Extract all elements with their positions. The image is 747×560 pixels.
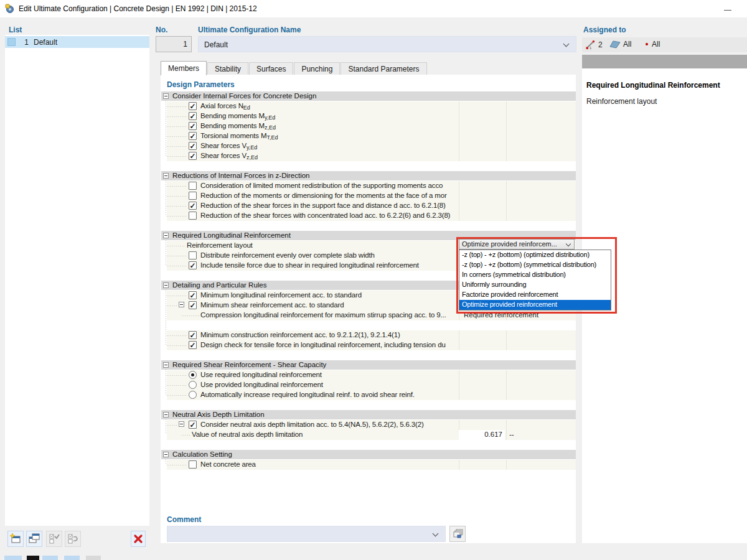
reinforcement-layout-combobox[interactable]: Optimize provided reinforcem... [459, 239, 575, 250]
checkbox[interactable] [189, 102, 197, 110]
dropdown-option[interactable]: -z (top) - +z (bottom) (symmetrical dist… [459, 260, 611, 270]
param-row: Use provided longitudinal reinforcement [167, 380, 576, 390]
checkbox[interactable] [189, 112, 197, 120]
check-all-icon [49, 533, 60, 544]
checkbox[interactable] [189, 301, 197, 309]
tab-stability[interactable]: Stability [207, 62, 248, 75]
comment-combobox[interactable] [167, 526, 446, 542]
checkbox[interactable] [189, 212, 197, 220]
collapse-icon[interactable] [163, 452, 169, 457]
param-label: Shear forces Vy,Ed [200, 142, 457, 151]
assigned-to-strip: 1 2 All All [582, 37, 747, 52]
collapse-icon[interactable] [163, 412, 169, 418]
section-header[interactable]: Required Shear Reinforcement - Shear Cap… [161, 360, 576, 370]
collapse-icon[interactable] [163, 362, 169, 368]
param-row: Reduction of the shear forces in the sup… [167, 201, 576, 211]
collapse-icon[interactable] [163, 282, 169, 288]
checkbox[interactable] [189, 341, 197, 349]
collapse-icon[interactable] [163, 93, 169, 99]
tree-line [166, 459, 166, 465]
check-transfer-icon [67, 533, 78, 544]
param-label: Reduction of the shear forces with conce… [200, 212, 457, 219]
dropdown-option[interactable]: -z (top) - +z (bottom) (optimized distri… [459, 250, 611, 260]
select-all-checks-button[interactable] [46, 531, 62, 547]
config-color-icon [7, 38, 16, 46]
delete-configuration-button[interactable] [131, 531, 146, 547]
spacer-row [167, 320, 576, 330]
dropdown-option[interactable]: Factorize provided reinforcement [459, 290, 611, 300]
collapse-icon[interactable] [163, 233, 169, 238]
delete-x-icon [133, 534, 143, 544]
partial-button[interactable] [42, 556, 58, 560]
tab-members[interactable]: Members [161, 61, 207, 75]
assigned-points: All [644, 40, 660, 49]
param-label: Minimum construction reinforcement acc. … [200, 331, 457, 338]
config-name-label: Ultimate Configuration Name [198, 26, 301, 34]
dropdown-option[interactable]: In corners (symmetrical distribution) [459, 270, 611, 280]
param-label: Consideration of limited moment redistri… [200, 182, 457, 189]
param-row: Minimum construction reinforcement acc. … [167, 330, 576, 340]
section-header[interactable]: Consider Internal Forces for Concrete De… [161, 91, 576, 101]
checkbox[interactable] [189, 142, 197, 150]
param-row: Value of neutral axis depth limitation 0… [167, 430, 576, 440]
tab-standard-parameters[interactable]: Standard Parameters [341, 62, 426, 75]
partial-button[interactable] [64, 556, 80, 560]
section-header[interactable]: Calculation Setting [161, 450, 576, 459]
tab-surfaces[interactable]: Surfaces [249, 62, 293, 75]
param-label: Torsional moments MT,Ed [200, 132, 457, 141]
collapse-icon[interactable] [179, 421, 184, 427]
checkbox[interactable] [189, 202, 197, 210]
tree-line [166, 101, 166, 156]
partial-button[interactable] [86, 556, 101, 560]
checkbox[interactable] [189, 182, 197, 190]
combobox-value: Optimize provided reinforcem... [462, 240, 557, 248]
checkbox[interactable] [189, 251, 197, 259]
checkbox[interactable] [189, 291, 197, 299]
chevron-down-icon [563, 41, 570, 47]
param-label: Axial forces NEd [200, 102, 457, 111]
minimize-button[interactable] [720, 2, 736, 15]
checkbox[interactable] [189, 421, 197, 429]
list-item-default[interactable]: 1 Default [5, 36, 149, 48]
param-label: Value of neutral axis depth limitation [192, 431, 448, 438]
param-row: Compression longitudinal reinforcement f… [167, 310, 576, 320]
right-gray-band [582, 55, 747, 68]
multiline-comment-button[interactable] [449, 526, 466, 542]
section-header[interactable]: Reductions of Internal Forces in z-Direc… [161, 171, 576, 180]
member-icon: 1 [586, 40, 596, 50]
radio-button[interactable] [189, 391, 197, 399]
param-label: Use required longitudinal reinforcement [200, 371, 457, 378]
comment-label: Comment [167, 515, 201, 524]
collapse-icon[interactable] [179, 302, 184, 307]
new-window-icon [10, 533, 21, 544]
checkbox[interactable] [189, 152, 197, 160]
param-value[interactable]: Required reinforcement [464, 311, 573, 319]
checkbox[interactable] [189, 460, 197, 469]
svg-text:1: 1 [590, 46, 592, 50]
checkbox[interactable] [189, 132, 197, 140]
value-field[interactable]: 0.617 [459, 430, 505, 440]
checkbox[interactable] [189, 122, 197, 130]
new-configuration-button[interactable] [7, 531, 24, 547]
param-row: Net concrete area [167, 460, 576, 470]
partial-button[interactable] [27, 556, 39, 560]
tab-punching[interactable]: Punching [294, 62, 340, 75]
param-label: Bending moments Mz,Ed [200, 122, 457, 131]
tree-line [166, 290, 166, 345]
section-header[interactable]: Neutral Axis Depth Limitation [161, 410, 576, 419]
checkbox[interactable] [189, 331, 197, 339]
transfer-checks-button[interactable] [65, 531, 81, 547]
collapse-icon[interactable] [163, 173, 169, 179]
config-name-combobox[interactable]: Default [198, 36, 576, 52]
checkbox[interactable] [189, 261, 197, 269]
checkbox[interactable] [189, 192, 197, 200]
configuration-list[interactable]: 1 Default [5, 35, 149, 526]
copy-configuration-button[interactable] [26, 531, 42, 547]
param-row: Torsional moments MT,Ed [167, 131, 576, 141]
radio-button[interactable] [189, 371, 197, 379]
radio-button[interactable] [189, 381, 197, 389]
tree-line [166, 419, 166, 434]
dropdown-option[interactable]: Optimize provided reinforcement [459, 300, 611, 310]
dropdown-option[interactable]: Uniformly surrounding [459, 280, 611, 290]
partial-button[interactable] [4, 556, 22, 560]
